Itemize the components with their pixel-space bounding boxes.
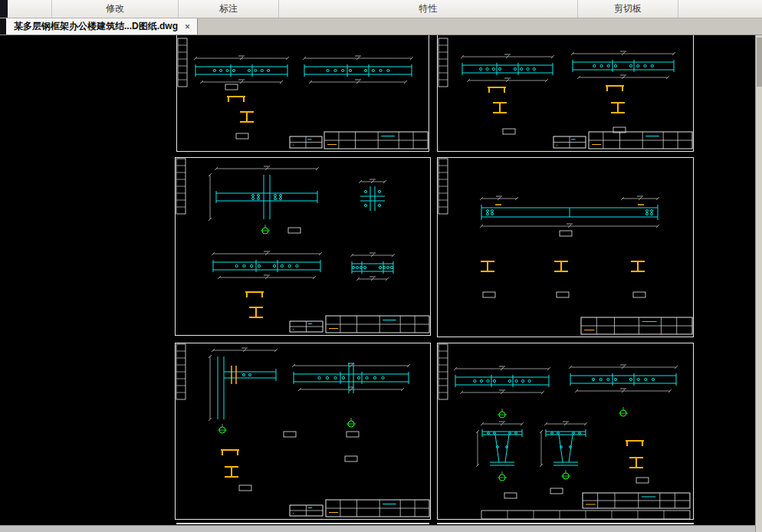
sheet-drawing [437, 343, 694, 520]
file-tab-bar: 某多层钢框架办公楼建筑结...D图纸.dwg × [0, 18, 762, 35]
sheet-drawing [175, 343, 431, 520]
ribbon-panel-modify[interactable]: 修改 [51, 0, 178, 18]
partial-sheet-top [176, 523, 429, 524]
vertical-scrollbar[interactable] [755, 35, 762, 532]
file-tab[interactable]: 某多层钢框架办公楼建筑结...D图纸.dwg × [6, 18, 198, 34]
sheet-drawing [437, 157, 694, 337]
sheet-drawing [176, 35, 429, 152]
drawing-sheet [175, 157, 431, 336]
partial-sheet-top [437, 523, 694, 524]
ribbon-panel-clipboard-label: 剪切板 [614, 2, 642, 15]
ribbon-panel-annotate[interactable]: 标注 [178, 0, 278, 18]
ribbon-section-right [678, 0, 762, 18]
ribbon-panel-properties-label: 特性 [419, 2, 438, 15]
ribbon-panel-clipboard[interactable]: 剪切板 [577, 0, 678, 18]
ribbon-panel-modify-label: 修改 [106, 2, 124, 15]
ribbon-section-left [8, 0, 51, 18]
file-tab-title: 某多层钢框架办公楼建筑结...D图纸.dwg [14, 20, 178, 33]
drawing-sheet [437, 157, 694, 337]
close-icon[interactable]: × [185, 22, 190, 31]
app-menu-corner[interactable] [0, 0, 8, 18]
ribbon-panel-annotate-label: 标注 [219, 2, 238, 15]
drawing-sheet [437, 343, 694, 520]
scrollbar-thumb[interactable] [757, 38, 762, 87]
ribbon-bar: 修改 标注 特性 剪切板 [0, 0, 762, 18]
drawing-sheet [175, 343, 431, 520]
sheet-drawing [175, 157, 431, 336]
drawing-canvas[interactable] [0, 35, 755, 532]
drawing-sheet [176, 35, 429, 152]
status-strip [0, 525, 755, 532]
tab-bar-left-edge [0, 18, 6, 34]
sheet-drawing [437, 35, 694, 152]
ribbon-panel-properties[interactable]: 特性 [278, 0, 577, 18]
drawing-sheet [437, 35, 694, 152]
